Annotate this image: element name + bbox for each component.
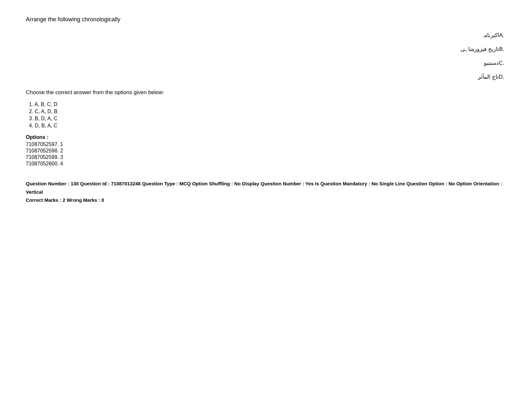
option-id-2-num: 71087052598. [26, 148, 59, 153]
option-c: C.دستنبو [26, 60, 506, 66]
option-a-text: اکبرنامہ [481, 32, 499, 38]
answer-3-num: 3. [29, 116, 35, 121]
question-container: Arrange the following chronologically A.… [26, 16, 506, 204]
option-id-3-num: 71087052599. [26, 154, 59, 160]
option-c-text: دستنبو [484, 60, 499, 66]
option-c-label: C. [499, 60, 504, 66]
option-id-2: 71087052598. 2 [26, 148, 506, 154]
option-b: B.تاریخ فیروزشاہی [26, 46, 506, 53]
option-b-label: B. [499, 46, 504, 53]
answer-3-text: B, D, A, C [35, 116, 57, 121]
answer-4-num: 4. [29, 123, 35, 128]
choose-correct-text: Choose the correct answer from the optio… [26, 89, 506, 96]
question-instruction: Arrange the following chronologically [26, 16, 506, 23]
options-header: Options : [26, 134, 506, 140]
question-meta: Question Number : 130 Question Id : 7108… [26, 180, 506, 196]
option-id-3: 71087052599. 3 [26, 154, 506, 160]
option-ids-list: 71087052597. 1 71087052598. 2 7108705259… [26, 142, 506, 167]
option-b-text: تاریخ فیروزشاہی [460, 46, 499, 52]
answer-1-text: A, B, C, D [34, 102, 57, 107]
option-d-label: D. [499, 74, 504, 80]
question-marks: Correct Marks : 2 Wrong Marks : 0 [26, 196, 506, 204]
answer-2: 2. C, A, D, B [26, 109, 506, 114]
meta-info-block: Question Number : 130 Question Id : 7108… [26, 180, 506, 204]
option-id-3-val: 3 [60, 154, 63, 160]
option-a-label: A. [499, 32, 504, 39]
option-d-text: تاج المآثر [478, 74, 499, 80]
answer-options: 1. A, B, C, D 2. C, A, D, B 3. B, D, A, … [26, 102, 506, 129]
answer-1-num: 1. [29, 102, 34, 107]
option-a: A.اکبرنامہ [26, 32, 506, 39]
option-id-2-val: 2 [60, 148, 63, 153]
option-id-4: 71087052600. 4 [26, 161, 506, 167]
question-options-list: A.اکبرنامہ B.تاریخ فیروزشاہی C.دستنبو D.… [26, 32, 506, 80]
option-id-4-num: 71087052600. [26, 161, 59, 166]
option-id-1-num: 71087052597. [26, 142, 59, 147]
option-id-1-val: 1 [60, 142, 63, 147]
answer-2-text: C, A, D, B [35, 109, 57, 114]
answer-4: 4. D, B, A, C [26, 123, 506, 129]
answer-3: 3. B, D, A, C [26, 116, 506, 122]
answer-2-num: 2. [29, 109, 35, 114]
option-id-1: 71087052597. 1 [26, 142, 506, 147]
answer-4-text: D, B, A, C [35, 123, 57, 128]
option-d: D.تاج المآثر [26, 73, 506, 80]
answer-1: 1. A, B, C, D [26, 102, 506, 107]
option-id-4-val: 4 [60, 161, 63, 166]
